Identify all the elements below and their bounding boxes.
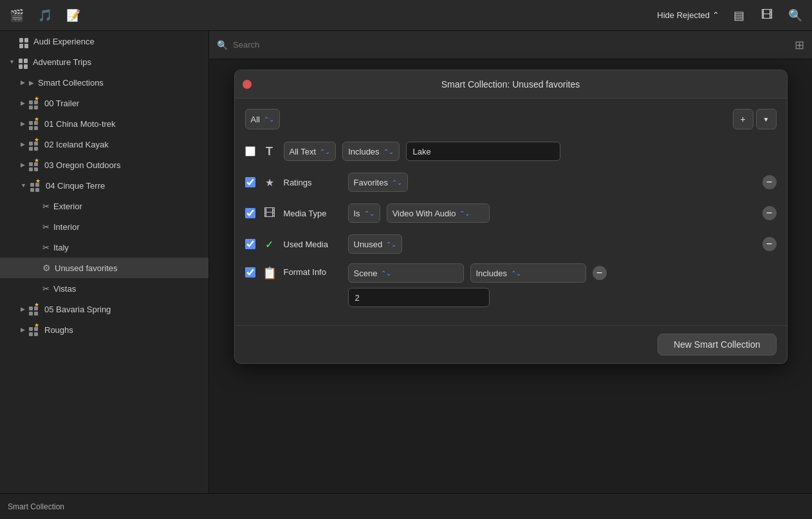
dialog-top-row: All ⌃⌄ + ▼ — [245, 109, 777, 129]
sidebar-label-audi-experience: Audi Experience — [33, 37, 95, 46]
rule-row-text: T All Text ⌃⌄ Includes ⌃⌄ — [245, 140, 777, 163]
sidebar-item-02-iceland[interactable]: ▶ ★02 Iceland Kayak — [0, 134, 208, 155]
sidebar-label-roughs: Roughs — [44, 325, 73, 335]
rule-text-value[interactable] — [406, 142, 560, 161]
sidebar-item-01-china[interactable]: ▶ ★01 China Moto-trek — [0, 113, 208, 134]
new-smart-collection-button[interactable]: New Smart Collection — [658, 334, 777, 355]
search-icon: 🔍 — [217, 40, 228, 50]
sidebar-item-vistas[interactable]: ✂Vistas — [0, 278, 208, 299]
text-icon: 📝 — [64, 6, 82, 24]
all-select-chevron: ⌃⌄ — [264, 116, 274, 123]
search-input[interactable] — [233, 40, 789, 50]
rule-includes-select-2[interactable]: Includes ⌃⌄ — [470, 263, 586, 283]
sidebar-label-05-bavaria: 05 Bavaria Spring — [44, 305, 111, 314]
top-toolbar: 🎬 🎵 📝 Hide Rejected ⌃ ▤ 🎞 🔍 — [0, 0, 812, 31]
rule-format-checkbox[interactable] — [245, 267, 255, 278]
text-type-icon: T — [262, 145, 277, 158]
list-view-icon[interactable]: ▤ — [730, 6, 748, 24]
disclosure-02-iceland: ▶ — [21, 141, 25, 147]
dialog-close-button[interactable] — [243, 80, 252, 89]
sidebar-item-italy[interactable]: ✂Italy — [0, 237, 208, 258]
used-media-icon: ✓ — [262, 238, 277, 250]
rule-format-value[interactable] — [348, 288, 490, 307]
dialog-overlay: Smart Collection: Unused favorites All ⌃… — [209, 59, 812, 493]
star-grid-icon-01-china: ★ — [29, 117, 41, 130]
crosshair-icon-exterior: ✂ — [42, 202, 50, 211]
rule-video-audio-select[interactable]: Video With Audio ⌃⌄ — [387, 203, 490, 223]
all-select-dropdown[interactable]: All ⌃⌄ — [245, 109, 280, 129]
search-bar: 🔍 ⊞ — [209, 31, 812, 59]
main-layout: Audi Experience▼ Adventure Trips▶▶Smart … — [0, 31, 812, 493]
dialog-title: Smart Collection: Unused favorites — [441, 79, 580, 90]
star-grid-icon-03-oregon: ★ — [29, 158, 41, 171]
sidebar-label-smart-collections: Smart Collections — [38, 78, 104, 88]
expand-button[interactable]: ▼ — [756, 109, 777, 129]
sidebar-item-04-cinque[interactable]: ▼ ★04 Cinque Terre — [0, 175, 208, 196]
sidebar-item-05-bavaria[interactable]: ▶ ★05 Bavaria Spring — [0, 299, 208, 319]
sidebar-label-01-china: 01 China Moto-trek — [44, 119, 116, 129]
format-info-icon: 📋 — [262, 266, 277, 280]
rule-scene-select[interactable]: Scene ⌃⌄ — [348, 263, 464, 283]
hide-rejected-button[interactable]: Hide Rejected ⌃ — [657, 10, 719, 20]
star-grid-icon-roughs: ★ — [29, 323, 41, 336]
add-remove-row: + ▼ — [733, 109, 777, 129]
crosshair-icon-italy: ✂ — [42, 243, 50, 252]
rule-favorites-select[interactable]: Favorites ⌃⌄ — [348, 173, 408, 192]
sidebar-item-roughs[interactable]: ▶ ★Roughs — [0, 319, 208, 340]
grid-icon-audi-experience — [19, 35, 30, 48]
sidebar-label-vistas: Vistas — [53, 284, 76, 294]
rule-includes-select-1[interactable]: Includes ⌃⌄ — [342, 142, 399, 161]
used-media-label: Used Media — [284, 240, 342, 249]
rule-used-checkbox[interactable] — [245, 239, 255, 249]
disclosure-01-china: ▶ — [21, 120, 25, 127]
sidebar-item-interior[interactable]: ✂Interior — [0, 216, 208, 237]
clapper-icon: 🎬 — [8, 6, 26, 24]
music-icon: 🎵 — [36, 6, 54, 24]
rule-media-checkbox[interactable] — [245, 208, 255, 218]
rule-row-format-info: 📋 Format Info Scene ⌃⌄ Includes ⌃⌄ — [245, 263, 777, 307]
layout-toggle-icon[interactable]: ⊞ — [795, 38, 804, 52]
toolbar-right: Hide Rejected ⌃ ▤ 🎞 🔍 — [657, 6, 804, 24]
sidebar: Audi Experience▼ Adventure Trips▶▶Smart … — [0, 31, 209, 493]
hide-rejected-chevron: ⌃ — [712, 10, 719, 20]
bottom-label: Smart Collection — [8, 502, 64, 511]
sidebar-item-adventure-trips[interactable]: ▼ Adventure Trips — [0, 52, 208, 72]
bottom-bar: Smart Collection — [0, 493, 812, 519]
format-info-label: Format Info — [284, 267, 342, 277]
sidebar-label-03-oregon: 03 Oregon Outdoors — [44, 160, 121, 170]
rule-ratings-checkbox[interactable] — [245, 177, 255, 187]
grid-icon-adventure-trips — [19, 55, 29, 69]
all-label: All — [251, 115, 260, 124]
crosshair-icon-interior: ✂ — [42, 222, 50, 232]
disclosure-adventure-trips: ▼ — [9, 59, 15, 65]
rule-used-minus-button[interactable]: − — [762, 237, 777, 251]
sidebar-item-00-trailer[interactable]: ▶ ★00 Trailer — [0, 93, 208, 113]
folder-icon-smart-collections: ▶ — [29, 79, 34, 86]
disclosure-roughs: ▶ — [21, 326, 25, 333]
dialog-body: All ⌃⌄ + ▼ T All Text — [235, 99, 787, 325]
rule-media-minus-button[interactable]: − — [762, 206, 777, 220]
add-rule-button[interactable]: + — [733, 109, 753, 129]
gear-icon-unused-favorites: ⚙ — [42, 263, 51, 273]
media-type-label: Media Type — [284, 209, 342, 218]
rule-ratings-minus-button[interactable]: − — [762, 175, 777, 189]
rule-all-text-select[interactable]: All Text ⌃⌄ — [284, 142, 337, 161]
rule-text-checkbox[interactable] — [245, 146, 255, 156]
sidebar-label-adventure-trips: Adventure Trips — [33, 57, 91, 67]
rule-format-minus-button[interactable]: − — [593, 266, 607, 280]
sidebar-item-audi-experience[interactable]: Audi Experience — [0, 31, 208, 52]
disclosure-04-cinque: ▼ — [21, 182, 26, 189]
disclosure-smart-collections: ▶ — [21, 79, 25, 86]
dialog-footer: New Smart Collection — [235, 325, 787, 363]
sidebar-item-unused-favorites[interactable]: ⚙Unused favorites — [0, 258, 208, 278]
rule-row-used-media: ✓ Used Media Unused ⌃⌄ − — [245, 232, 777, 256]
sidebar-item-smart-collections[interactable]: ▶▶Smart Collections — [0, 72, 208, 93]
sidebar-item-03-oregon[interactable]: ▶ ★03 Oregon Outdoors — [0, 155, 208, 175]
filmstrip-icon[interactable]: 🎞 — [758, 6, 776, 24]
rule-unused-select[interactable]: Unused ⌃⌄ — [348, 234, 403, 254]
sidebar-item-exterior[interactable]: ✂Exterior — [0, 196, 208, 216]
dialog-titlebar: Smart Collection: Unused favorites — [235, 70, 787, 99]
rule-is-select[interactable]: Is ⌃⌄ — [348, 203, 380, 223]
disclosure-05-bavaria: ▶ — [21, 306, 25, 312]
search-toolbar-icon[interactable]: 🔍 — [786, 6, 804, 24]
